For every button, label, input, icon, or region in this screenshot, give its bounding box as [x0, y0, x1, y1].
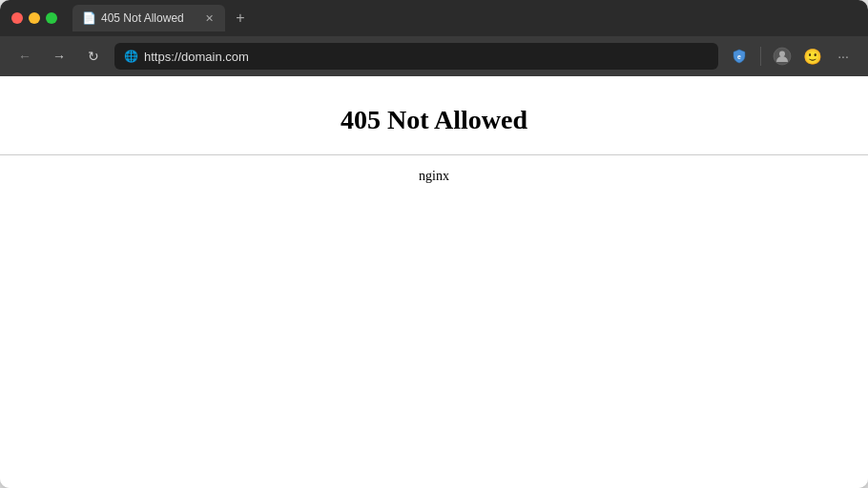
toolbar-right: e 🙂 ··· [726, 43, 857, 70]
tab-title: 405 Not Allowed [101, 11, 196, 25]
tab-icon: 📄 [82, 11, 95, 25]
page-content: 405 Not Allowed nginx [0, 76, 868, 488]
maximize-button[interactable] [46, 12, 57, 24]
tab-bar: 📄 405 Not Allowed ✕ + [72, 5, 857, 31]
server-text: nginx [419, 169, 449, 184]
title-bar: 📄 405 Not Allowed ✕ + [0, 0, 868, 36]
error-heading: 405 Not Allowed [341, 105, 527, 135]
address-bar[interactable]: 🌐 https://domain.com [114, 43, 718, 70]
svg-text:e: e [737, 53, 741, 60]
browser-window: 📄 405 Not Allowed ✕ + ← → ↻ 🌐 https://do… [0, 0, 868, 488]
new-tab-button[interactable]: + [229, 7, 252, 30]
url-text: https://domain.com [144, 50, 709, 64]
toolbar: ← → ↻ 🌐 https://domain.com e [0, 36, 868, 76]
emoji-button[interactable]: 🙂 [799, 43, 826, 70]
active-tab[interactable]: 📄 405 Not Allowed ✕ [72, 5, 225, 31]
more-menu-button[interactable]: ··· [830, 43, 857, 70]
close-button[interactable] [11, 12, 23, 24]
back-button[interactable]: ← [11, 43, 38, 70]
globe-icon: 🌐 [124, 50, 138, 63]
profile-button[interactable] [769, 43, 796, 70]
reload-button[interactable]: ↻ [80, 43, 107, 70]
svg-point-2 [779, 51, 785, 57]
extension-button[interactable]: e [726, 43, 753, 70]
emoji-icon: 🙂 [803, 48, 822, 66]
forward-button[interactable]: → [46, 43, 72, 70]
tab-close-button[interactable]: ✕ [202, 11, 216, 25]
divider [760, 47, 761, 66]
minimize-button[interactable] [29, 12, 40, 24]
traffic-lights [11, 12, 57, 24]
page-divider [0, 154, 868, 155]
